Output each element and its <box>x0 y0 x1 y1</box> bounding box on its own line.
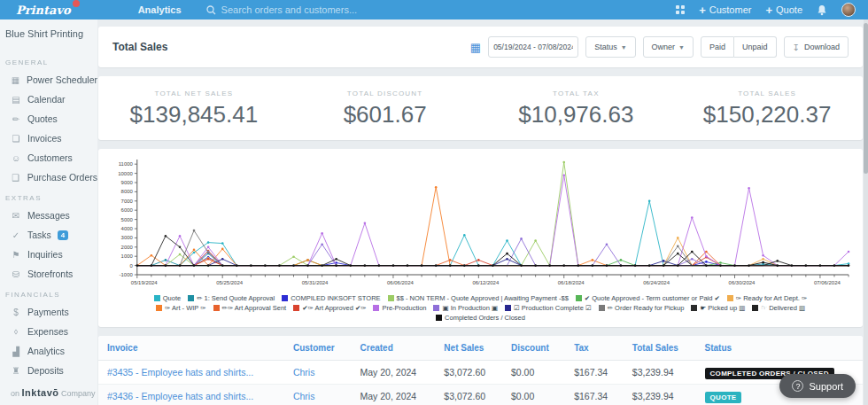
customers-icon: ☺ <box>11 153 21 163</box>
legend-item[interactable]: ✏ 1: Send Quote Approval <box>188 294 275 302</box>
column-header-status[interactable]: Status <box>696 336 863 361</box>
column-header-net-sales[interactable]: Net Sales <box>435 336 502 361</box>
chart-legend: Quote✏ 1: Send Quote ApprovalCOMPILED IN… <box>105 294 856 322</box>
purchase-orders-icon: ❑ <box>11 173 21 183</box>
legend-item[interactable]: COMPILED INKSOFT STORE <box>282 294 380 302</box>
question-icon: ? <box>792 380 803 392</box>
paid-button[interactable]: Paid <box>701 36 734 58</box>
deposits-icon: ♜ <box>11 366 21 376</box>
legend-item[interactable]: ☑ Production Complete ☑ <box>505 304 592 312</box>
legend-item[interactable]: ✏ Order Ready for Pickup <box>599 304 685 312</box>
column-header-total-sales[interactable]: Total Sales <box>624 336 696 361</box>
sidebar-item-purchase-orders[interactable]: ❑Purchase Orders <box>5 167 97 187</box>
sidebar-item-payments[interactable]: $Payments <box>5 302 97 322</box>
cell-customer[interactable]: Chris <box>284 385 352 405</box>
legend-item[interactable]: ✔ Quote Approved - Term customer or Paid… <box>576 294 720 302</box>
sidebar-item-quotes[interactable]: ✏Quotes <box>5 109 97 129</box>
sidebar-item-tasks[interactable]: ✓Tasks4 <box>5 225 97 245</box>
status-badge: QUOTE <box>705 392 742 403</box>
table-row: #3436 - Employee hats and shirts...Chris… <box>98 385 863 405</box>
page-scrollbar[interactable] <box>864 19 868 405</box>
legend-label: ☛ Picked up ▥ <box>700 304 745 312</box>
legend-swatch <box>282 295 288 301</box>
unpaid-button[interactable]: Unpaid <box>734 36 777 58</box>
sidebar-item-power-scheduler[interactable]: ▦Power Scheduler <box>5 70 97 90</box>
legend-swatch <box>436 315 442 321</box>
search-input[interactable] <box>221 4 416 15</box>
legend-item[interactable]: Quote <box>154 294 181 302</box>
apps-grid-icon[interactable] <box>676 5 685 14</box>
scrollbar-thumb[interactable] <box>864 23 868 174</box>
notifications-bell-icon[interactable] <box>817 4 827 16</box>
add-customer-button[interactable]: + Customer <box>699 4 751 17</box>
sidebar-item-invoices[interactable]: ❏Invoices <box>5 129 97 148</box>
cell-customer[interactable]: Chris <box>284 361 352 385</box>
legend-label: ✑ Ready for Art Dept. ✑ <box>736 294 808 302</box>
legend-item[interactable]: Completed Orders / Closed <box>436 314 525 322</box>
legend-item[interactable]: ✏✑ Art Approval Sent <box>213 304 287 312</box>
owner-dropdown[interactable]: Owner ▼ <box>643 36 694 58</box>
column-header-tax[interactable]: Tax <box>565 336 624 361</box>
tasks-icon: ✓ <box>11 230 21 240</box>
column-header-invoice[interactable]: Invoice <box>98 336 284 361</box>
legend-item[interactable]: ☛ Picked up ▥ <box>691 304 745 312</box>
sidebar-item-calendar[interactable]: ▤Calendar <box>5 90 97 109</box>
legend-label: ☑ Production Complete ☑ <box>514 304 592 312</box>
legend-swatch <box>752 305 758 311</box>
legend-label: ✔ Quote Approved - Term customer or Paid… <box>585 294 720 302</box>
cell-invoice[interactable]: #3435 - Employee hats and shirts... <box>98 361 284 385</box>
column-header-customer[interactable]: Customer <box>284 336 352 361</box>
date-range-input[interactable] <box>488 36 578 58</box>
user-avatar[interactable] <box>841 3 856 17</box>
legend-swatch <box>599 305 605 311</box>
status-dropdown[interactable]: Status ▼ <box>585 36 635 58</box>
sidebar-item-label: Storefronts <box>27 269 73 279</box>
expenses-icon: ⬨ <box>11 326 21 337</box>
support-button[interactable]: ? Support <box>779 374 856 398</box>
add-quote-button[interactable]: + Quote <box>765 4 802 17</box>
legend-item[interactable]: ✑ Ready for Art Dept. ✑ <box>727 294 808 302</box>
logo-text: Printavo <box>16 4 71 17</box>
legend-item[interactable]: Pre-Production <box>373 304 426 312</box>
svg-text:06/06/2024: 06/06/2024 <box>387 280 414 285</box>
sales-line-chart-card: -100001000200030004000500060007000800090… <box>98 149 863 327</box>
sidebar-item-inquiries[interactable]: ⚑Inquiries <box>5 245 97 264</box>
legend-swatch <box>154 295 160 301</box>
legend-label: ✏ Order Ready for Pickup <box>608 304 685 312</box>
sidebar-item-deposits[interactable]: ♜Deposits <box>5 361 97 380</box>
legend-label: ✏✑ Art Approval Sent <box>222 304 287 312</box>
legend-label: ✑ Art - WIP ✑ <box>165 304 206 312</box>
column-header-discount[interactable]: Discount <box>502 336 565 361</box>
sidebar-item-storefronts[interactable]: ⛁Storefronts <box>5 264 97 284</box>
calendar-icon[interactable]: ▦ <box>470 41 481 54</box>
download-icon: ↧ <box>793 43 800 52</box>
total-sales-toolbar: Total Sales ▦ Status ▼ Owner ▼ Paid Unpa… <box>98 27 863 67</box>
sidebar-item-messages[interactable]: ✉Messages <box>5 206 97 225</box>
company-name[interactable]: Blue Shirt Printing <box>5 28 97 39</box>
legend-swatch <box>213 305 220 311</box>
sidebar-item-label: Payments <box>27 307 69 317</box>
legend-item[interactable]: ✑ Art - WIP ✑ <box>156 304 206 312</box>
legend-swatch <box>388 295 394 301</box>
cell-total_sales: $3,239.94 <box>624 361 696 385</box>
legend-item[interactable]: $$ - NON TERM - Quote Approved | Awaitin… <box>388 294 569 302</box>
inktavo-logo: Inktavō <box>22 387 59 398</box>
printavo-logo[interactable]: Printavo <box>16 4 71 17</box>
legend-item[interactable]: ▣ In Production ▣ <box>433 304 498 312</box>
sidebar-item-expenses[interactable]: ⬨Expenses <box>5 322 97 341</box>
legend-label: $$ - NON TERM - Quote Approved | Awaitin… <box>397 294 569 302</box>
sidebar-item-label: Deposits <box>27 365 64 376</box>
inktavo-footer: on Inktavō Company <box>5 387 97 398</box>
search-bar[interactable] <box>206 4 416 15</box>
nav-analytics[interactable]: Analytics <box>138 4 182 15</box>
sidebar-section-title: GENERAL <box>5 58 97 66</box>
sales-line-chart[interactable]: -100001000200030004000500060007000800090… <box>105 154 856 289</box>
column-header-created[interactable]: Created <box>352 336 436 361</box>
sidebar-item-analytics[interactable]: ▟Analytics <box>5 341 97 361</box>
sidebar-item-customers[interactable]: ☺Customers <box>5 148 97 167</box>
download-button[interactable]: ↧ Download <box>784 36 849 58</box>
legend-item[interactable]: ☞ Delivered ▥ <box>752 304 805 312</box>
legend-item[interactable]: ✔✑ Art Approved ✔✑ <box>293 304 366 312</box>
legend-label: ✏ 1: Send Quote Approval <box>197 294 275 302</box>
cell-invoice[interactable]: #3436 - Employee hats and shirts... <box>98 385 284 405</box>
